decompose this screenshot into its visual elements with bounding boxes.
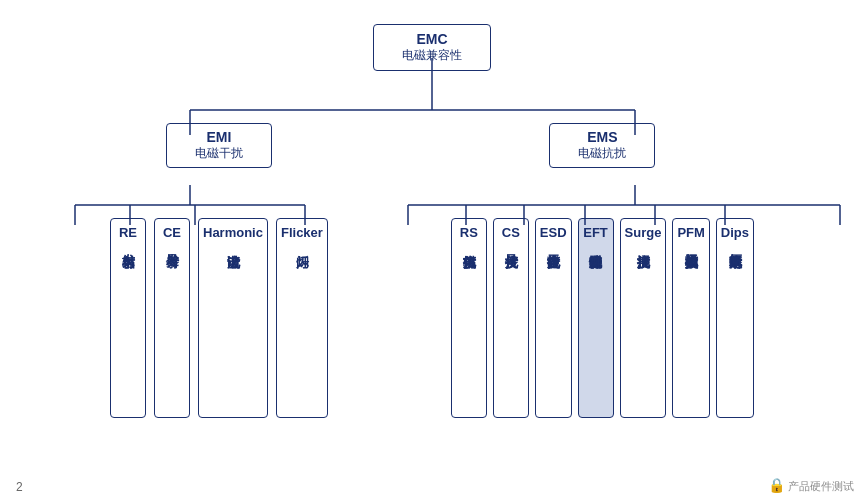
ems-box: EMS 电磁抗扰 xyxy=(549,123,655,168)
emi-en: EMI xyxy=(195,129,243,145)
leaf-CS-en: CS xyxy=(502,225,520,240)
leaf-Harmonic-en: Harmonic xyxy=(203,225,263,240)
page-number: 2 xyxy=(16,480,23,494)
leaf-PFM: PFM 工频磁场抗扰度 xyxy=(672,218,709,418)
level2-row: EMI 电磁干扰 RE 辐射发射 CE 传导发射 Harmonic 谐波电流 xyxy=(10,123,854,418)
ems-en: EMS xyxy=(578,129,626,145)
leaf-EFT-en: EFT xyxy=(583,225,608,240)
root-zh: 电磁兼容性 xyxy=(402,47,462,64)
root-en: EMC xyxy=(402,31,462,47)
leaf-ESD: ESD 静电抗干扰度 xyxy=(535,218,572,418)
leaf-RE-en: RE xyxy=(119,225,137,240)
leaf-CS: CS 传导抗扰度 xyxy=(493,218,529,418)
leaf-Dips: Dips 电压跌落短时中断 xyxy=(716,218,754,418)
watermark: 🔒 产品硬件测试 xyxy=(768,477,854,494)
leaf-Flicker: Flicker 闪烁 xyxy=(276,218,328,418)
leaf-RS: RS 辐射抗扰度 xyxy=(451,218,487,418)
leaf-CE-en: CE xyxy=(163,225,181,240)
watermark-icon: 🔒 xyxy=(768,477,785,493)
emi-children: RE 辐射发射 CE 传导发射 Harmonic 谐波电流 Flicker 闪烁 xyxy=(110,218,328,418)
leaf-CE: CE 传导发射 xyxy=(154,218,190,418)
leaf-Flicker-en: Flicker xyxy=(281,225,323,240)
leaf-EFT: EFT 电快速瞬变脉冲群 xyxy=(578,218,614,418)
watermark-text: 产品硬件测试 xyxy=(788,480,854,492)
emi-box: EMI 电磁干扰 xyxy=(166,123,272,168)
ems-children: RS 辐射抗扰度 CS 传导抗扰度 ESD 静电抗干扰度 EFT 电快速瞬变脉冲… xyxy=(451,218,754,418)
leaf-RE: RE 辐射发射 xyxy=(110,218,146,418)
emi-group: EMI 电磁干扰 RE 辐射发射 CE 传导发射 Harmonic 谐波电流 xyxy=(110,123,328,418)
ems-zh: 电磁抗扰 xyxy=(578,145,626,162)
emi-zh: 电磁干扰 xyxy=(195,145,243,162)
ems-group: EMS 电磁抗扰 RS 辐射抗扰度 CS 传导抗扰度 ESD 静电抗干扰度 xyxy=(451,123,754,418)
leaf-Dips-en: Dips xyxy=(721,225,749,240)
leaf-Surge: Surge 浪涌抗扰度 xyxy=(620,218,667,418)
leaf-Harmonic: Harmonic 谐波电流 xyxy=(198,218,268,418)
root-box: EMC 电磁兼容性 xyxy=(373,24,491,71)
leaf-Surge-en: Surge xyxy=(625,225,662,240)
root-node: EMC 电磁兼容性 xyxy=(10,16,854,71)
leaf-PFM-en: PFM xyxy=(677,225,704,240)
leaf-ESD-en: ESD xyxy=(540,225,567,240)
leaf-RS-en: RS xyxy=(460,225,478,240)
page: EMC 电磁兼容性 EMI 电磁干扰 RE 辐射发射 CE 传导发射 xyxy=(0,0,864,504)
